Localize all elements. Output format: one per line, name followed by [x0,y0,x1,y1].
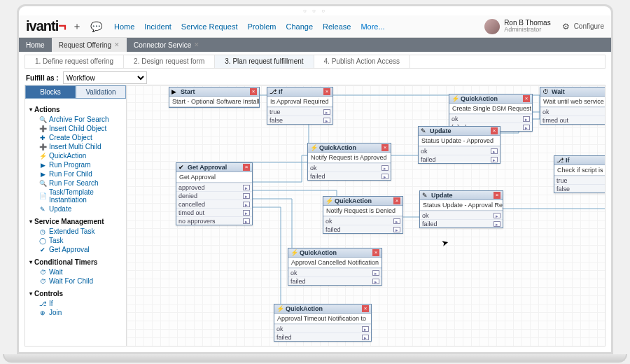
item-label: Run For Child [49,170,92,178]
close-icon[interactable]: ✕ [114,41,120,48]
close-icon[interactable]: × [393,197,400,204]
sidebar-item-action[interactable]: ➕Insert Multi Child [29,142,122,151]
side-tab-validation[interactable]: Validation [76,85,126,99]
sidebar-item-control[interactable]: ⎇If [29,299,122,308]
nav-release[interactable]: Release [323,22,351,31]
nav-home[interactable]: Home [114,22,134,31]
nav-service-request[interactable]: Service Request [181,22,238,31]
group-actions[interactable]: Actions [29,106,122,113]
side-tab-blocks[interactable]: Blocks [25,85,76,99]
step-3[interactable]: 3. Plan request fulfillment [215,55,314,68]
tab-strip: Home Request Offering✕ Connector Service… [19,38,611,52]
block-update[interactable]: ✎Update× Status Update - Approval Rejec … [419,190,503,228]
port-icon[interactable]: ▸ [523,116,530,122]
group-timers[interactable]: Conditional Timers [29,258,122,266]
sidebar-item-service[interactable]: ◷Extended Task [29,227,122,236]
quickaction-icon: ⚡ [290,249,298,256]
port-icon[interactable]: ▸ [491,148,498,154]
sidebar-item-action[interactable]: ▶Run Program [29,160,122,169]
close-icon[interactable]: × [493,192,500,199]
close-icon[interactable]: × [382,144,388,151]
port-icon[interactable]: ▸ [393,218,400,224]
sidebar-item-action[interactable]: ✎Update [29,204,122,214]
port-icon[interactable]: ▸ [372,279,379,284]
port-icon[interactable]: ▸ [393,227,400,232]
close-icon[interactable]: × [323,88,330,95]
nav-more[interactable]: More... [360,22,384,31]
sidebar-item-action[interactable]: 🔍Archive For Search [29,115,122,124]
port-icon[interactable]: ▸ [382,174,388,179]
item-icon: ➕ [39,125,46,132]
close-icon[interactable]: × [250,88,257,95]
step-2[interactable]: 2. Design request form [124,55,215,68]
sidebar-item-control[interactable]: ⊕Join [29,308,122,317]
close-icon[interactable]: × [491,127,498,134]
sidebar-item-action[interactable]: ✚Create Object [29,133,122,142]
step-1[interactable]: 1. Define request offering [25,55,124,68]
workflow-canvas[interactable]: ▶Start× Start - Optional Software Instal… [127,85,606,346]
user-box[interactable]: Ron B Thomas Administrator ⚙ Configure [484,19,604,34]
port-icon[interactable]: ▸ [243,185,250,190]
port-icon[interactable]: ▸ [523,125,530,130]
port-icon[interactable]: ▸ [243,218,250,224]
item-label: Archive For Search [49,115,109,123]
sidebar-item-service[interactable]: ✔Get Approval [29,245,122,254]
port-icon[interactable]: ▸ [243,193,250,199]
item-icon: ⎇ [39,300,46,307]
tab-home[interactable]: Home [19,38,52,52]
step-4[interactable]: 4. Publish Action Access [314,55,410,68]
sidebar-item-service[interactable]: ◯Task [29,236,122,245]
block-wait[interactable]: ⏱Wait× Wait until web service script has… [540,87,606,125]
port-icon[interactable]: ▸ [323,109,330,115]
group-service-mgmt[interactable]: Service Management [29,218,122,225]
add-icon[interactable]: ＋ [70,20,84,33]
chat-icon[interactable]: 💬 [88,21,104,32]
close-icon[interactable]: × [362,305,369,312]
item-icon: ➕ [39,144,46,150]
configure-link[interactable]: Configure [574,22,604,30]
port-icon[interactable]: ▸ [491,157,498,162]
cursor-icon: ➤ [440,237,449,248]
gear-icon[interactable]: ⚙ [562,22,570,31]
block-quickaction[interactable]: ⚡QuickAction× Notify Request is Approved… [307,143,391,181]
port-icon[interactable]: ▸ [243,202,250,207]
group-controls[interactable]: Controls [29,290,122,298]
block-quickaction[interactable]: ⚡QuickAction× Approval Timeout Notificat… [274,304,372,342]
nav-change[interactable]: Change [286,22,314,31]
brand-logo: ivanti¬ [26,18,66,34]
sidebar-item-action[interactable]: ▶Run For Child [29,169,122,178]
item-label: Update [49,205,71,213]
port-icon[interactable]: ▸ [323,118,330,123]
sidebar-item-timer[interactable]: ⏱Wait For Child [29,276,122,286]
block-quickaction[interactable]: ⚡QuickAction× Notify Request is Denied o… [323,196,403,234]
sidebar-item-action[interactable]: 📄Task/Template Instantiation [29,188,122,204]
port-icon[interactable]: ▸ [243,210,250,216]
sidebar-item-action[interactable]: ➕Insert Child Object [29,124,122,133]
close-icon[interactable]: ✕ [194,41,200,48]
fulfill-select[interactable]: Workflow [63,71,147,84]
tab-connector-service[interactable]: Connector Service✕ [127,38,206,52]
port-icon[interactable]: ▸ [493,221,500,227]
port-icon[interactable]: ▸ [362,326,369,332]
block-if[interactable]: ⎇If× Check if script is true▸ false▸ [554,155,606,193]
close-icon[interactable]: × [372,249,379,256]
block-update[interactable]: ✎Update× Status Update - Approved ok▸ fa… [418,126,500,164]
block-quickaction[interactable]: ⚡QuickAction× Approval Cancelled Notific… [288,248,382,286]
item-icon: 🔍 [39,180,46,187]
close-icon[interactable]: × [243,164,250,171]
port-icon[interactable]: ▸ [382,165,388,171]
nav-problem[interactable]: Problem [248,22,276,31]
block-get-approval[interactable]: ✔Get Approval× Get Approval approved▸ de… [176,162,253,225]
nav-incident[interactable]: Incident [144,22,172,31]
close-icon[interactable]: × [523,95,530,102]
sidebar-item-timer[interactable]: ⏱Wait [29,267,122,276]
sidebar-item-action[interactable]: ⚡QuickAction [29,151,122,160]
block-start[interactable]: ▶Start× Start - Optional Software Instal… [169,87,260,108]
port-icon[interactable]: ▸ [493,213,500,218]
item-label: Join [49,309,62,316]
port-icon[interactable]: ▸ [362,335,369,340]
tab-request-offering[interactable]: Request Offering✕ [52,38,127,52]
sidebar-item-action[interactable]: 🔍Run For Search [29,178,122,188]
block-if[interactable]: ⎇If× Is Approval Required true▸ false▸ [267,87,333,125]
port-icon[interactable]: ▸ [372,270,379,276]
